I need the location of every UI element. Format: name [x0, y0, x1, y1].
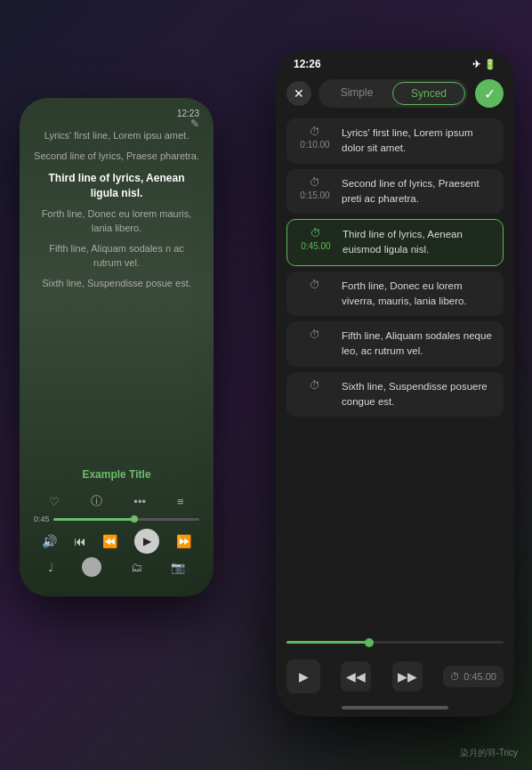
- bottom-row-left: ♩ 🗂 📷: [34, 554, 199, 580]
- lyric-line-6: Sixth line, Suspendisse posue est.: [34, 277, 199, 290]
- timer-icon-3: ⏱: [310, 227, 321, 239]
- volume-btn[interactable]: 🔊: [42, 534, 57, 548]
- phone-left-status-bar: 12:23: [34, 109, 199, 118]
- folder-icon[interactable]: 🗂: [131, 561, 142, 574]
- time-section-3: ⏱ 0:45.00: [296, 227, 335, 251]
- heart-icon[interactable]: ♡: [49, 495, 60, 508]
- time-section-6: ⏱: [295, 379, 335, 393]
- tab-synced[interactable]: Synced: [392, 82, 465, 105]
- tab-simple[interactable]: Simple: [321, 82, 392, 105]
- status-icons-right: ✈ 🔋: [472, 59, 496, 70]
- lyric-line-3-active: Third line of lyrics, Aenean ligula nisl…: [34, 171, 199, 201]
- play-btn-left[interactable]: ▶: [134, 529, 159, 554]
- play-button-right[interactable]: ▶: [286, 660, 320, 693]
- dot-btn[interactable]: [82, 557, 101, 577]
- lyric-item-3-active[interactable]: ⏱ 0:45.00 Third line of lyrics, Aenean e…: [286, 219, 504, 266]
- info-icon[interactable]: ⓘ: [91, 493, 102, 509]
- bottom-progress: [276, 634, 514, 656]
- lyric-item-6[interactable]: ⏱ Sixth line, Suspendisse posuere congue…: [286, 372, 504, 417]
- queue-icon[interactable]: ≡: [177, 495, 184, 508]
- lyrics-scroll[interactable]: ⏱ 0:10.00 Lyrics' first line, Lorem ipsu…: [276, 113, 514, 634]
- playback-controls: 🔊 ⏮ ⏪ ▶ ⏩: [34, 529, 199, 554]
- lyric-line-2: Second line of lyrics, Praese pharetra.: [34, 150, 199, 163]
- action-icons-row: ♡ ⓘ ••• ≡: [34, 493, 199, 509]
- phone-right-screen: 12:26 ✈ 🔋 ✕ Simple Synced: [276, 49, 514, 717]
- lyric-item-1[interactable]: ⏱ 0:10.00 Lyrics' first line, Lorem ipsu…: [286, 118, 504, 164]
- bottom-controls-right: ▶ ◀◀ ▶▶ ⏱ 0:45.00: [276, 656, 514, 701]
- timer-icon-4: ⏱: [310, 279, 320, 291]
- tab-synced-label: Synced: [411, 87, 447, 100]
- phone-left-screen: 12:23 ✎ Lyrics' first line, Lorem ipsu a…: [20, 98, 214, 596]
- time-elapsed: 0:45: [34, 515, 50, 523]
- phone-right: 12:26 ✈ 🔋 ✕ Simple Synced: [276, 49, 514, 717]
- lyric-line-4: Forth line, Donec eu lorem mauris, lania…: [34, 207, 199, 235]
- rewind-button-right[interactable]: ◀◀: [341, 661, 371, 692]
- play-icon-right: ▶: [299, 669, 309, 684]
- progress-bar-left[interactable]: [53, 518, 199, 521]
- time-section-1: ⏱ 0:10.00: [295, 126, 335, 150]
- lyrics-list-left: Lyrics' first line, Lorem ipsu amet. Sec…: [34, 126, 199, 461]
- progress-fill-left: [53, 518, 133, 521]
- prev-btn[interactable]: ⏮: [74, 534, 86, 548]
- time-section-2: ⏱ 0:15.00: [295, 176, 335, 200]
- time-display-value: 0:45.00: [463, 671, 496, 682]
- lyric-text-1: Lyrics' first line, Lorem ipsum dolor si…: [342, 126, 495, 157]
- lyric-text-3: Third line of lyrics, Aenean euismod lig…: [343, 227, 494, 258]
- forward-button-right[interactable]: ▶▶: [392, 661, 423, 692]
- scene: 12:23 ✎ Lyrics' first line, Lorem ipsu a…: [0, 0, 532, 770]
- progress-dot-right: [365, 638, 374, 647]
- close-button[interactable]: ✕: [286, 81, 311, 106]
- airplane-icon: ✈: [472, 59, 480, 70]
- time-label-1: 0:10.00: [300, 140, 329, 150]
- more-icon[interactable]: •••: [133, 495, 146, 508]
- home-indicator: [342, 706, 448, 709]
- timer-display-icon: ⏱: [450, 671, 460, 682]
- progress-dot-left: [131, 515, 138, 523]
- phone-left-controls: ♡ ⓘ ••• ≡ 0:45 🔊 ⏮ ⏪ ▶: [34, 488, 199, 586]
- lyric-text-6: Sixth line, Suspendisse posuere congue e…: [342, 379, 495, 410]
- timer-icon-2: ⏱: [310, 176, 320, 189]
- tab-group: Simple Synced: [318, 79, 468, 108]
- lyric-text-4: Forth line, Donec eu lorem viverra, maur…: [342, 279, 495, 310]
- forward-icon-right: ▶▶: [398, 669, 417, 684]
- lyrics-icon[interactable]: ♩: [48, 561, 53, 574]
- share-icon[interactable]: 📷: [171, 561, 185, 574]
- timer-icon-5: ⏱: [310, 328, 320, 341]
- watermark: 染月的羽-Tricy: [460, 747, 518, 759]
- check-icon: ✓: [484, 85, 496, 102]
- lyric-item-5[interactable]: ⏱ Fifth line, Aliquam sodales neque leo,…: [286, 321, 504, 367]
- status-bar-right: 12:26 ✈ 🔋: [276, 49, 514, 74]
- time-section-4: ⏱: [295, 279, 335, 293]
- battery-icon: 🔋: [484, 59, 496, 70]
- timer-icon-1: ⏱: [310, 126, 320, 138]
- lyric-item-2[interactable]: ⏱ 0:15.00 Second line of lyrics, Praesen…: [286, 169, 504, 215]
- close-icon: ✕: [294, 86, 304, 101]
- tab-simple-label: Simple: [341, 86, 374, 99]
- progress-fill-right: [286, 641, 369, 644]
- time-label-3: 0:45.00: [301, 241, 330, 251]
- progress-row: 0:45: [34, 515, 199, 523]
- lyric-item-4[interactable]: ⏱ Forth line, Donec eu lorem viverra, ma…: [286, 272, 504, 317]
- time-display-right: ⏱ 0:45.00: [443, 666, 504, 687]
- rewind-icon-right: ◀◀: [346, 669, 366, 684]
- forward-btn[interactable]: ⏩: [176, 534, 191, 548]
- status-time-right: 12:26: [294, 58, 321, 70]
- phone-left: 12:23 ✎ Lyrics' first line, Lorem ipsu a…: [20, 98, 214, 596]
- progress-track-right[interactable]: [286, 641, 504, 644]
- time-section-5: ⏱: [295, 328, 335, 343]
- song-title-left: Example Title: [34, 468, 199, 481]
- time-label-2: 0:15.00: [300, 190, 329, 200]
- rewind-btn[interactable]: ⏪: [102, 534, 117, 548]
- timer-icon-6: ⏱: [310, 379, 320, 392]
- lyric-text-5: Fifth line, Aliquam sodales neque leo, a…: [342, 328, 495, 360]
- top-bar-right: ✕ Simple Synced ✓: [276, 74, 514, 113]
- lyric-line-5: Fifth line, Aliquam sodales n ac rutrum …: [34, 242, 199, 270]
- edit-icon[interactable]: ✎: [190, 118, 199, 130]
- lyric-line-1: Lyrics' first line, Lorem ipsu amet.: [34, 129, 199, 142]
- confirm-button[interactable]: ✓: [475, 79, 504, 108]
- lyric-text-2: Second line of lyrics, Praesent preti ac…: [342, 176, 495, 207]
